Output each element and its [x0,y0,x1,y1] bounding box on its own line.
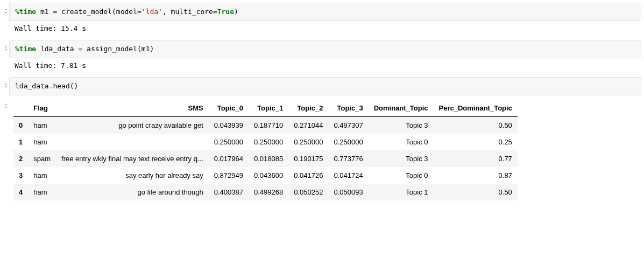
table-cell: 0.271044 [288,117,328,134]
table-cell: go life around though [56,184,209,200]
code-token-keyword: True [217,8,234,16]
table-cell: 0.499268 [249,184,288,200]
cell-output: Wall time: 7.81 s [9,58,641,75]
table-cell [56,134,209,150]
code-token: = [137,8,141,16]
table-column-header: Flag [28,100,56,117]
table-column-header: Dominant_Topic [369,100,434,117]
table-column-header: Perc_Dominant_Topic [434,100,518,117]
code-token-magic: %time [15,45,36,53]
table-row: 3hamsay early hor already say0.8729490.0… [13,167,518,184]
table-cell: 0.773776 [328,150,368,167]
table-cell: ham [28,184,56,200]
prompt-marker: : [3,3,9,38]
code-token: create_model(model [57,8,137,16]
code-cell: : lda_data.head() [3,77,641,95]
table-cell: Topic 1 [369,184,434,200]
table-cell: 0.043939 [209,117,249,134]
code-token: m1 [36,8,53,16]
table-row-index: 4 [13,184,28,200]
code-input[interactable]: lda_data.head() [9,77,641,95]
dataframe-output: Flag SMS Topic_0 Topic_1 Topic_2 Topic_3… [9,98,641,200]
table-row-index: 1 [13,134,28,150]
table-cell: go point crazy available get [56,117,209,134]
table-row: 1ham0.2500000.2500000.2500000.250000Topi… [13,134,518,150]
table-cell: spam [28,150,56,167]
code-input[interactable]: %time m1 = create_model(model='lda', mul… [9,3,641,21]
table-row-index: 2 [13,150,28,167]
table-cell: 0.50 [434,117,518,134]
table-cell: 0.87 [434,167,518,184]
table-index-corner [13,100,28,117]
code-input[interactable]: %time lda_data = assign_model(m1) [9,40,641,58]
table-cell: 0.018085 [249,150,288,167]
table-cell: 0.497307 [328,117,368,134]
prompt-marker: : [3,40,9,75]
table-column-header: Topic_3 [328,100,368,117]
table-row-index: 0 [13,117,28,134]
table-cell: 0.250000 [249,134,288,150]
table-column-header: SMS [56,100,209,117]
table-cell: 0.017964 [209,150,249,167]
prompt-marker: : [3,77,9,95]
code-token-string: 'lda' [141,8,162,16]
table-cell: 0.50 [434,184,518,200]
output-cell: : Flag SMS Topic_0 Topic_1 Topic_2 Topic… [3,98,641,200]
table-cell: 0.250000 [209,134,249,150]
table-row-index: 3 [13,167,28,184]
table-cell: 0.77 [434,150,518,167]
code-cell: : %time lda_data = assign_model(m1) Wall… [3,40,641,75]
code-token-magic: %time [15,8,36,16]
table-column-header: Topic_2 [288,100,328,117]
table-cell: 0.400387 [209,184,249,200]
table-cell: 0.043600 [249,167,288,184]
cell-output: Wall time: 15.4 s [9,21,641,38]
output-marker: : [3,98,9,200]
table-cell: Topic 3 [369,150,434,167]
code-token: head() [53,82,78,90]
table-cell: ham [28,134,56,150]
table-cell: ham [28,117,56,134]
table-cell: 0.050252 [288,184,328,200]
table-cell: Topic 3 [369,117,434,134]
table-cell: Topic 0 [369,167,434,184]
table-cell: 0.190175 [288,150,328,167]
code-token: , multi_core [162,8,213,16]
table-cell: 0.872949 [209,167,249,184]
table-cell: 0.250000 [328,134,368,150]
table-column-header: Topic_1 [249,100,288,117]
table-cell: 0.25 [434,134,518,150]
code-token: lda_data [36,45,78,53]
table-cell: 0.041726 [288,167,328,184]
table-cell: ham [28,167,56,184]
table-cell: say early hor already say [56,167,209,184]
code-token: lda_data [15,82,49,90]
table-cell: free entry wkly final may text receive e… [56,150,209,167]
table-row: 4hamgo life around though0.4003870.49926… [13,184,518,200]
code-token: assign_model(m1) [82,45,154,53]
table-header-row: Flag SMS Topic_0 Topic_1 Topic_2 Topic_3… [13,100,518,117]
code-token: ) [234,8,238,16]
dataframe-table: Flag SMS Topic_0 Topic_1 Topic_2 Topic_3… [13,100,518,200]
table-cell: 0.041724 [328,167,368,184]
table-row: 2spamfree entry wkly final may text rece… [13,150,518,167]
table-row: 0hamgo point crazy available get0.043939… [13,117,518,134]
table-cell: 0.050093 [328,184,368,200]
code-cell: : %time m1 = create_model(model='lda', m… [3,3,641,38]
table-cell: 0.250000 [288,134,328,150]
table-column-header: Topic_0 [209,100,249,117]
code-token: = [213,8,217,16]
table-cell: Topic 0 [369,134,434,150]
table-cell: 0.187710 [249,117,288,134]
